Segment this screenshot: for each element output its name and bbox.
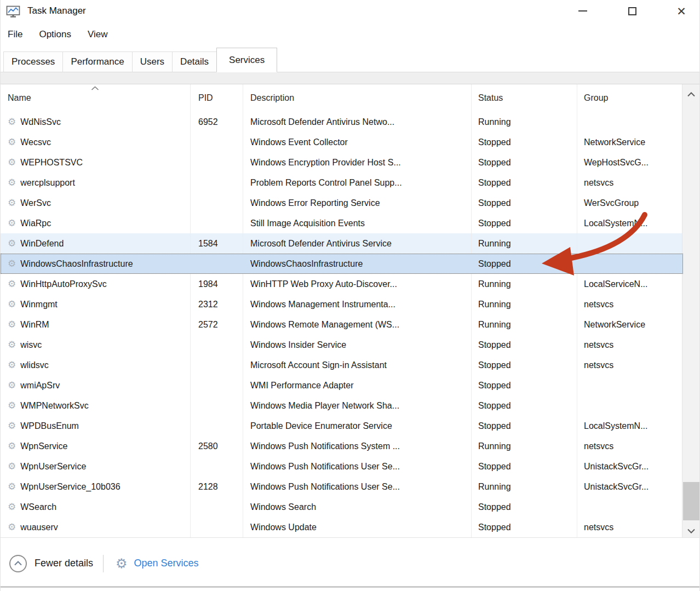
- minimize-icon: [578, 10, 587, 12]
- table-row[interactable]: ⚙WpnService2580Windows Push Notification…: [1, 436, 683, 456]
- column-header-pid[interactable]: PID: [191, 84, 243, 112]
- service-pid-cell: [191, 152, 243, 173]
- fewer-details-label: Fewer details: [35, 558, 93, 569]
- service-group-cell: netsvcs: [577, 517, 683, 537]
- service-pid-cell: 1584: [191, 233, 243, 254]
- fewer-details-button[interactable]: Fewer details: [9, 555, 93, 572]
- scrollbar-thumb[interactable]: [683, 482, 699, 520]
- service-status-cell: Stopped: [472, 213, 577, 233]
- service-name-cell: ⚙WiaRpc: [1, 213, 191, 233]
- service-status-cell: Stopped: [472, 416, 577, 436]
- service-gear-icon: ⚙: [8, 274, 16, 294]
- service-gear-icon: ⚙: [8, 375, 16, 395]
- service-status-cell: Running: [472, 274, 577, 294]
- tab-users[interactable]: Users: [132, 51, 173, 72]
- maximize-icon: [628, 7, 636, 15]
- column-header-group[interactable]: Group: [577, 84, 683, 112]
- table-row[interactable]: ⚙WerSvcWindows Error Reporting ServiceSt…: [1, 193, 683, 213]
- service-name: WinRM: [20, 314, 49, 335]
- service-description-cell: Windows Search: [243, 497, 472, 517]
- service-group-cell: netsvcs: [577, 173, 683, 193]
- service-pid-cell: 2128: [191, 477, 243, 497]
- table-row[interactable]: ⚙WindowsChaosInfrastructureWindowsChaosI…: [1, 254, 683, 274]
- table-row[interactable]: ⚙WinDefend1584Microsoft Defender Antivir…: [1, 233, 683, 254]
- service-gear-icon: ⚙: [8, 416, 16, 436]
- service-gear-icon: ⚙: [8, 335, 16, 355]
- service-name-cell: ⚙Wecsvc: [1, 132, 191, 152]
- service-pid-cell: [191, 132, 243, 152]
- table-row[interactable]: ⚙WdNisSvc6952Microsoft Defender Antiviru…: [1, 112, 683, 132]
- close-icon: ✕: [676, 5, 686, 17]
- service-name-cell: ⚙WpnService: [1, 436, 191, 456]
- table-row[interactable]: ⚙WMPNetworkSvcWindows Media Player Netwo…: [1, 395, 683, 416]
- service-pid-cell: [191, 335, 243, 355]
- service-group-cell: UnistackSvcGr...: [577, 477, 683, 497]
- table-row[interactable]: ⚙WPDBusEnumPortable Device Enumerator Se…: [1, 416, 683, 436]
- task-manager-app-icon: [6, 4, 20, 19]
- service-group-cell: [577, 233, 683, 254]
- table-row[interactable]: ⚙WpnUserServiceWindows Push Notification…: [1, 456, 683, 477]
- service-group-cell: [577, 112, 683, 132]
- service-gear-icon: ⚙: [8, 517, 16, 537]
- service-name: Wecsvc: [20, 132, 51, 152]
- menu-view[interactable]: View: [88, 29, 108, 40]
- table-row[interactable]: ⚙WinRM2572Windows Remote Management (WS.…: [1, 314, 683, 335]
- table-row[interactable]: ⚙WiaRpcStill Image Acquisition EventsSto…: [1, 213, 683, 233]
- table-row[interactable]: ⚙Winmgmt2312Windows Management Instrumen…: [1, 294, 683, 314]
- table-row[interactable]: ⚙wercplsupportProblem Reports Control Pa…: [1, 173, 683, 193]
- service-status-cell: Running: [472, 314, 577, 335]
- service-name: wisvc: [20, 335, 42, 355]
- table-row[interactable]: ⚙wisvcWindows Insider ServiceStoppednets…: [1, 335, 683, 355]
- table-row[interactable]: ⚙WEPHOSTSVCWindows Encryption Provider H…: [1, 152, 683, 173]
- window-title: Task Manager: [27, 5, 86, 16]
- service-group-cell: [577, 254, 683, 274]
- service-name: WEPHOSTSVC: [20, 152, 83, 173]
- service-status-cell: Stopped: [472, 355, 577, 375]
- table-row[interactable]: ⚙WecsvcWindows Event CollectorStoppedNet…: [1, 132, 683, 152]
- minimize-button[interactable]: [570, 0, 595, 22]
- table-row[interactable]: ⚙wuauservWindows UpdateStoppednetsvcs: [1, 517, 683, 537]
- service-name: WpnUserService: [20, 456, 86, 477]
- service-name-cell: ⚙WindowsChaosInfrastructure: [1, 254, 191, 274]
- window-bottom-edge: [1, 586, 699, 588]
- service-gear-icon: ⚙: [8, 152, 16, 173]
- service-status-cell: Running: [472, 233, 577, 254]
- table-row[interactable]: ⚙WinHttpAutoProxySvc1984WinHTTP Web Prox…: [1, 274, 683, 294]
- service-description-cell: WindowsChaosInfrastructure: [243, 254, 472, 274]
- vertical-scrollbar[interactable]: [682, 84, 699, 538]
- open-services-link[interactable]: ⚙ Open Services: [116, 556, 199, 571]
- maximize-button[interactable]: [619, 0, 645, 22]
- service-pid-cell: [191, 497, 243, 517]
- close-button[interactable]: ✕: [669, 0, 694, 22]
- service-status-cell: Running: [472, 436, 577, 456]
- scroll-up-icon[interactable]: [682, 92, 699, 97]
- service-group-cell: LocalServiceN...: [577, 274, 683, 294]
- menu-file[interactable]: File: [8, 29, 22, 40]
- service-name-cell: ⚙WpnUserService_10b036: [1, 477, 191, 497]
- service-status-cell: Stopped: [472, 193, 577, 213]
- table-row[interactable]: ⚙wlidsvcMicrosoft Account Sign-in Assist…: [1, 355, 683, 375]
- titlebar: Task Manager ✕: [1, 0, 699, 22]
- tab-processes[interactable]: Processes: [3, 51, 63, 72]
- service-status-cell: Stopped: [472, 395, 577, 416]
- tab-services[interactable]: Services: [216, 48, 277, 72]
- scroll-down-icon[interactable]: [682, 529, 699, 533]
- tab-details[interactable]: Details: [172, 51, 217, 72]
- service-gear-icon: ⚙: [8, 395, 16, 416]
- service-name-cell: ⚙WinHttpAutoProxySvc: [1, 274, 191, 294]
- service-name-cell: ⚙WPDBusEnum: [1, 416, 191, 436]
- service-gear-icon: ⚙: [8, 233, 16, 254]
- tab-performance[interactable]: Performance: [62, 51, 132, 72]
- service-name: WMPNetworkSvc: [20, 395, 88, 416]
- service-status-cell: Stopped: [472, 173, 577, 193]
- service-rows: ⚙WdNisSvc6952Microsoft Defender Antiviru…: [1, 112, 683, 537]
- column-header-description[interactable]: Description: [243, 84, 472, 112]
- service-description-cell: Windows Event Collector: [243, 132, 472, 152]
- service-pid-cell: 1984: [191, 274, 243, 294]
- column-header-status[interactable]: Status: [472, 84, 577, 112]
- service-gear-icon: ⚙: [8, 497, 16, 517]
- menu-options[interactable]: Options: [39, 29, 71, 40]
- table-row[interactable]: ⚙WpnUserService_10b0362128Windows Push N…: [1, 477, 683, 497]
- table-row[interactable]: ⚙wmiApSrvWMI Performance AdapterStopped: [1, 375, 683, 395]
- table-row[interactable]: ⚙WSearchWindows SearchStopped: [1, 497, 683, 517]
